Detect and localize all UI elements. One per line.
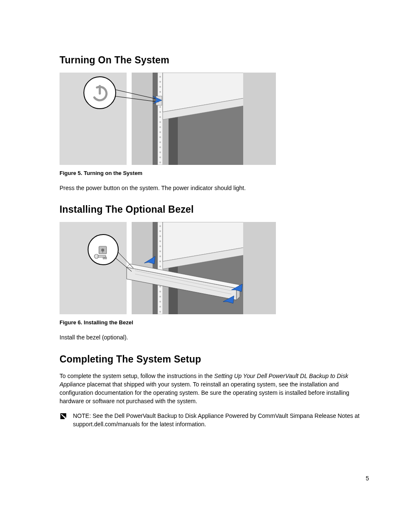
svg-rect-64 <box>243 222 276 314</box>
svg-rect-2 <box>132 73 153 165</box>
svg-point-54 <box>159 291 161 292</box>
svg-point-58 <box>159 311 161 313</box>
note-label: NOTE: <box>73 412 91 419</box>
svg-point-45 <box>159 245 161 247</box>
svg-point-8 <box>159 91 161 93</box>
text-power-instruction: Press the power button on the system. Th… <box>60 184 370 192</box>
svg-point-22 <box>159 162 161 163</box>
section-turning-on: Turning On The System <box>60 55 370 192</box>
note-pre: See the <box>91 412 114 419</box>
svg-point-55 <box>159 296 161 297</box>
svg-point-53 <box>159 286 161 287</box>
svg-point-44 <box>159 240 161 242</box>
section-installing-bezel: Installing The Optional Bezel <box>60 204 370 342</box>
svg-point-19 <box>159 146 161 148</box>
setup-pre: To complete the system setup, follow the… <box>60 373 214 379</box>
svg-point-16 <box>159 131 161 133</box>
setup-post: placemat that shipped with your system. … <box>60 381 349 405</box>
figure-6: Figure 6. Installing the Bezel <box>60 222 370 326</box>
note-post: for the latest information. <box>140 421 206 428</box>
svg-point-18 <box>159 141 161 143</box>
svg-point-56 <box>159 301 161 303</box>
svg-point-57 <box>159 306 161 308</box>
svg-point-48 <box>159 261 161 262</box>
illustration-bezel <box>60 222 276 314</box>
note-mid: at <box>353 412 360 419</box>
svg-point-7 <box>159 86 161 88</box>
svg-point-14 <box>159 121 161 123</box>
note-block: NOTE: See the Dell PowerVault Backup to … <box>60 412 370 429</box>
heading-installing-bezel: Installing The Optional Bezel <box>60 204 370 215</box>
heading-completing-setup: Completing The System Setup <box>60 354 370 365</box>
text-setup-instruction: To complete the system setup, follow the… <box>60 372 370 406</box>
illustration-power-button <box>60 73 276 165</box>
note-link: support.dell.com/manuals <box>73 421 140 428</box>
svg-point-42 <box>159 230 161 232</box>
svg-point-15 <box>159 126 161 128</box>
svg-point-20 <box>159 151 161 153</box>
svg-point-6 <box>159 81 161 83</box>
figure-5-caption: Figure 5. Turning on the System <box>60 170 370 176</box>
note-text: NOTE: See the Dell PowerVault Backup to … <box>73 412 370 429</box>
page-number: 5 <box>366 475 369 482</box>
figure-6-caption: Figure 6. Installing the Bezel <box>60 319 370 326</box>
svg-point-5 <box>159 76 161 78</box>
svg-point-13 <box>159 116 161 118</box>
text-bezel-instruction: Install the bezel (optional). <box>60 333 370 342</box>
svg-point-12 <box>159 111 161 113</box>
svg-point-11 <box>159 106 161 108</box>
svg-point-47 <box>159 256 161 257</box>
svg-rect-82 <box>105 257 106 259</box>
heading-turning-on: Turning On The System <box>60 55 370 66</box>
svg-rect-36 <box>60 222 127 314</box>
note-italic: Dell PowerVault Backup to Disk Appliance… <box>114 412 353 419</box>
svg-point-46 <box>159 250 161 252</box>
figure-5: Figure 5. Turning on the System <box>60 73 370 176</box>
note-icon <box>60 412 67 420</box>
svg-point-21 <box>159 156 161 158</box>
svg-point-49 <box>159 266 161 267</box>
svg-point-17 <box>159 136 161 138</box>
svg-point-41 <box>159 225 161 227</box>
svg-rect-1 <box>127 73 132 165</box>
section-completing-setup: Completing The System Setup To complete … <box>60 354 370 429</box>
svg-rect-39 <box>153 222 158 314</box>
svg-rect-3 <box>153 73 158 165</box>
svg-rect-81 <box>103 257 104 259</box>
svg-rect-28 <box>243 73 276 165</box>
svg-point-43 <box>159 235 161 237</box>
